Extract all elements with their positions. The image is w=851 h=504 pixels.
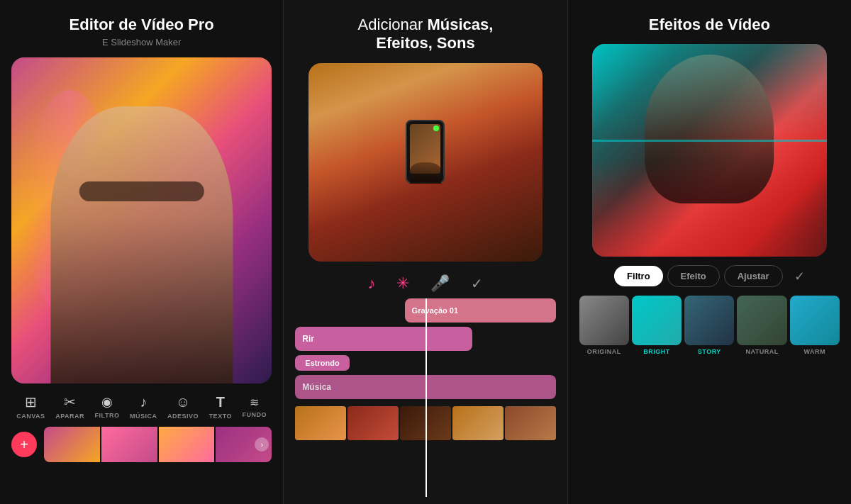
filter-tabs-row: Filtro Efeito Ajustar ✓ xyxy=(614,265,804,287)
bottom-row: + › xyxy=(11,427,272,462)
bright-preview xyxy=(632,296,682,345)
action-icons: ♪ ✳ 🎤 ✓ xyxy=(367,274,483,293)
tab-ajustar[interactable]: Ajustar xyxy=(724,265,783,287)
thumbnail-1 xyxy=(44,427,100,462)
panel-1-title: Editor de Vídeo Pro xyxy=(69,16,214,34)
timeline-thumb-1 xyxy=(295,406,346,440)
sticker-icon: ☺ xyxy=(176,394,190,410)
timeline-thumb-5 xyxy=(505,406,556,440)
girl-face xyxy=(50,106,233,383)
filter-thumb-natural xyxy=(737,296,786,345)
phone-in-hand-container xyxy=(406,141,445,184)
filter-bright[interactable]: BRIGHT xyxy=(632,296,682,355)
filter-thumb-warm xyxy=(790,296,840,345)
record-indicator xyxy=(433,125,439,131)
filter-label: FILTRO xyxy=(95,412,120,419)
panel-3-photo xyxy=(592,44,827,257)
man-photo-bg xyxy=(592,44,827,257)
filter-tool[interactable]: ◉ FILTRO xyxy=(95,394,120,419)
girl-photo-bg xyxy=(11,57,272,383)
concert-bg xyxy=(308,63,543,262)
music-label: MÚSICA xyxy=(130,413,157,420)
thumbnail-3 xyxy=(159,427,215,462)
filter-thumb-story xyxy=(684,296,734,345)
music-tool[interactable]: ♪ MÚSICA xyxy=(130,394,157,420)
natural-preview xyxy=(737,296,786,345)
man-face-area xyxy=(592,44,827,257)
filter-thumb-bright xyxy=(632,296,682,345)
background-label: FUNDO xyxy=(243,411,267,418)
timeline-thumb-2 xyxy=(347,406,399,440)
scissors-icon: ✂ xyxy=(64,393,76,410)
filter-natural[interactable]: NATURAL xyxy=(737,296,786,355)
next-arrow[interactable]: › xyxy=(255,437,269,452)
add-button[interactable]: + xyxy=(11,432,37,457)
story-preview xyxy=(684,296,734,345)
panel-1-subtitle: E Slideshow Maker xyxy=(102,37,181,47)
trim-label: APARAR xyxy=(55,413,84,420)
musica-label: Música xyxy=(302,382,331,392)
filter-strip: ORIGINAL BRIGHT STORY NATURAL WARM xyxy=(579,296,840,355)
panel-3-title: Efeitos de Vídeo xyxy=(649,16,770,34)
sticker-label: ADESIVO xyxy=(167,413,199,420)
text-label: TEXTO xyxy=(209,413,232,420)
original-preview xyxy=(579,296,629,345)
confirm-icon[interactable]: ✓ xyxy=(471,275,483,292)
canvas-icon: ⊞ xyxy=(25,393,37,410)
add-music-icon[interactable]: ♪ xyxy=(367,274,375,293)
warm-preview xyxy=(790,296,840,345)
panel-2-title: Adicionar Músicas,Efeitos, Sons xyxy=(358,16,494,53)
timeline-container: Gravação 01 Rir Estrondo Música xyxy=(295,298,555,497)
effects-icon[interactable]: ✳ xyxy=(396,274,409,293)
check-button-p3[interactable]: ✓ xyxy=(794,269,805,284)
canvas-tool[interactable]: ⊞ CANVAS xyxy=(16,393,45,420)
filter-label-original: ORIGINAL xyxy=(587,348,621,355)
tab-efeito[interactable]: Efeito xyxy=(667,265,720,287)
background-tool[interactable]: ≋ FUNDO xyxy=(243,396,267,418)
sticker-tool[interactable]: ☺ ADESIVO xyxy=(167,394,199,420)
panel-2-photo xyxy=(308,63,543,262)
filter-label-bright: BRIGHT xyxy=(643,348,670,355)
glitch-line xyxy=(592,140,827,142)
tool-icons-row: ⊞ CANVAS ✂ APARAR ◉ FILTRO ♪ MÚSICA ☺ AD… xyxy=(11,389,272,421)
sunglasses xyxy=(79,181,204,201)
panel-1-photo xyxy=(11,57,272,383)
gravacao-label: Gravação 01 xyxy=(412,306,458,315)
tab-filtro[interactable]: Filtro xyxy=(614,266,663,286)
canvas-label: CANVAS xyxy=(16,413,45,420)
toolbar-panel-1: ⊞ CANVAS ✂ APARAR ◉ FILTRO ♪ MÚSICA ☺ AD… xyxy=(11,389,272,462)
filter-label-story: STORY xyxy=(698,348,721,355)
estrondo-track[interactable]: Estrondo xyxy=(295,355,349,371)
music-icon: ♪ xyxy=(140,394,147,410)
filter-icon: ◉ xyxy=(101,394,113,410)
filter-story[interactable]: STORY xyxy=(684,296,734,355)
red-overlay xyxy=(592,161,827,257)
thumbnail-2 xyxy=(101,427,157,462)
estrondo-label: Estrondo xyxy=(305,359,339,367)
panel-1: Editor de Vídeo Pro E Slideshow Maker ⊞ … xyxy=(0,0,284,504)
panel-3: Efeitos de Vídeo Filtro Efeito Ajustar ✓… xyxy=(568,0,851,504)
gravacao-track[interactable]: Gravação 01 xyxy=(405,298,556,323)
filter-warm[interactable]: WARM xyxy=(790,296,840,355)
timeline-thumb-4 xyxy=(452,406,504,440)
background-icon: ≋ xyxy=(250,396,259,409)
filter-label-natural: NATURAL xyxy=(745,348,778,355)
filter-thumb-original xyxy=(579,296,629,345)
rir-track[interactable]: Rir xyxy=(295,327,472,351)
panel-2: Adicionar Músicas,Efeitos, Sons ♪ ✳ 🎤 ✓ … xyxy=(284,0,567,504)
text-icon: T xyxy=(216,394,225,410)
rir-label: Rir xyxy=(302,334,314,344)
microphone-icon[interactable]: 🎤 xyxy=(430,274,450,293)
cyan-overlay xyxy=(592,44,827,140)
filter-label-warm: WARM xyxy=(804,348,826,355)
thumbnail-strip[interactable]: › xyxy=(44,427,272,462)
hand-shadow xyxy=(410,162,441,184)
filter-original[interactable]: ORIGINAL xyxy=(579,296,629,355)
text-tool[interactable]: T TEXTO xyxy=(209,394,232,420)
playhead-line xyxy=(425,298,427,497)
trim-tool[interactable]: ✂ APARAR xyxy=(55,393,84,420)
